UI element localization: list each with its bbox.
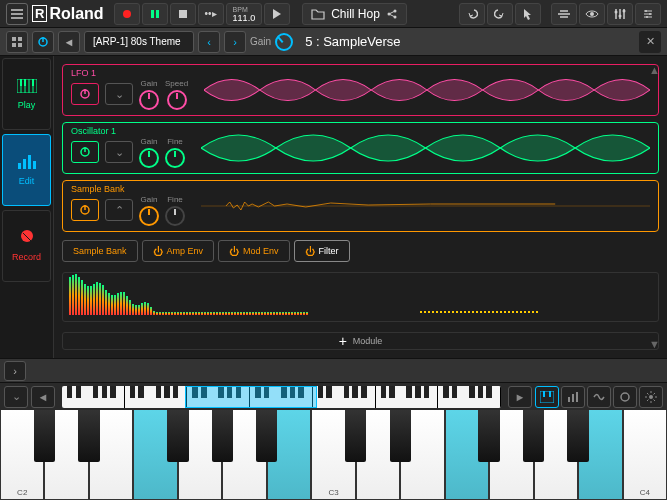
sidebar-edit-button[interactable]: Edit: [2, 134, 51, 206]
preset-back-button[interactable]: ‹: [198, 31, 220, 53]
svg-point-45: [621, 393, 629, 401]
tab-sample-bank[interactable]: Sample Bank: [62, 240, 138, 262]
svg-rect-42: [568, 397, 570, 402]
kb-octave-up-button[interactable]: ►: [508, 386, 532, 408]
song-selector[interactable]: Chill Hop: [302, 3, 407, 25]
gain-knob[interactable]: [275, 33, 293, 51]
power-icon: ⏻: [229, 246, 239, 257]
sidebar-play-button[interactable]: Play: [2, 58, 51, 130]
loop-button[interactable]: ••▸: [198, 3, 224, 25]
add-module-button[interactable]: + Module: [62, 332, 659, 350]
osc-gain-knob[interactable]: [139, 148, 159, 168]
master-gain: Gain: [250, 33, 293, 51]
svg-point-0: [123, 10, 131, 18]
kb-mode-velocity-button[interactable]: [561, 386, 585, 408]
bpm-display[interactable]: BPM 111.0: [226, 3, 263, 25]
black-key[interactable]: [345, 410, 366, 462]
lfo-expand-button[interactable]: ⌄: [105, 83, 133, 105]
preset-name-display[interactable]: [ARP-1] 80s Theme: [84, 31, 194, 53]
svg-point-9: [619, 14, 622, 17]
sidebar-record-label: Record: [12, 252, 41, 262]
view1-button[interactable]: [551, 3, 577, 25]
lfo-speed-knob[interactable]: [167, 90, 187, 110]
svg-rect-3: [179, 10, 187, 18]
share-icon: [386, 8, 398, 20]
top-toolbar: RRoland ••▸ BPM 111.0 Chill Hop: [0, 0, 667, 28]
kb-mode-keys-button[interactable]: [535, 386, 559, 408]
samp-waveform: [201, 185, 650, 227]
stop-button[interactable]: [170, 3, 196, 25]
samp-power-button[interactable]: [71, 199, 99, 221]
svg-rect-44: [576, 392, 578, 402]
svg-rect-15: [18, 37, 22, 41]
piano-keyboard[interactable]: const hl=[3,6,10,13]; let keys='';for(le…: [0, 410, 667, 500]
osc-power-button[interactable]: [71, 141, 99, 163]
settings-button[interactable]: [635, 3, 661, 25]
kb-mode-pitch-button[interactable]: [587, 386, 611, 408]
lfo-gain-knob[interactable]: [139, 90, 159, 110]
svg-rect-26: [24, 79, 26, 86]
scroll-down-button[interactable]: ▼: [649, 338, 665, 350]
song-name: Chill Hop: [331, 7, 380, 21]
tab-amp-env[interactable]: ⏻Amp Env: [142, 240, 215, 262]
black-key[interactable]: [78, 410, 99, 462]
next-button[interactable]: [264, 3, 290, 25]
menu-button[interactable]: [6, 3, 28, 25]
kb-octave-down-button[interactable]: ◄: [31, 386, 55, 408]
kb-settings-button[interactable]: [639, 386, 663, 408]
black-key[interactable]: [212, 410, 233, 462]
tab-mod-env[interactable]: ⏻Mod Env: [218, 240, 290, 262]
sidebar-play-label: Play: [18, 100, 36, 110]
svg-rect-39: [540, 391, 554, 403]
sidebar-record-button[interactable]: Record: [2, 210, 51, 282]
samp-title: Sample Bank: [71, 184, 125, 194]
kb-mode-mod-button[interactable]: [613, 386, 637, 408]
osc-fine-knob[interactable]: [165, 148, 185, 168]
grid-view-button[interactable]: [6, 31, 28, 53]
black-key[interactable]: [523, 410, 544, 462]
svg-point-12: [649, 13, 651, 15]
lfo-power-button[interactable]: [71, 83, 99, 105]
black-key[interactable]: [34, 410, 55, 462]
module-oscillator: Oscillator 1 ⌄ Gain Fine: [62, 122, 659, 174]
black-key[interactable]: [567, 410, 588, 462]
samp-gain-knob[interactable]: [139, 206, 159, 226]
svg-rect-31: [33, 161, 36, 169]
black-key[interactable]: [478, 410, 499, 462]
editor-panel: ▲ ▼ LFO 1 ⌄ Gain Speed Oscillator 1 ⌄ Ga…: [54, 56, 667, 358]
black-key[interactable]: [167, 410, 188, 462]
spectrum-display: document.write(Array.from({length:80},(_…: [62, 272, 659, 322]
mode-sidebar: Play Edit Record: [0, 56, 54, 358]
pause-button[interactable]: [142, 3, 168, 25]
svg-point-7: [590, 12, 594, 16]
folder-icon: [311, 8, 325, 20]
preset-bar: ◄ [ARP-1] 80s Theme ‹ › Gain 5 : SampleV…: [0, 28, 667, 56]
lfo-title: LFO 1: [71, 68, 96, 78]
sample-tabs: Sample Bank ⏻Amp Env ⏻Mod Env ⏻Filter: [62, 240, 659, 262]
expand-panel-button[interactable]: ›: [4, 361, 26, 381]
close-button[interactable]: ✕: [639, 31, 661, 53]
white-key[interactable]: C4: [623, 410, 667, 500]
undo-button[interactable]: [459, 3, 485, 25]
power-button[interactable]: [32, 31, 54, 53]
sidebar-edit-label: Edit: [19, 176, 35, 186]
power-icon: ⏻: [153, 246, 163, 257]
redo-button[interactable]: [487, 3, 513, 25]
svg-rect-1: [151, 10, 154, 18]
samp-fine-knob[interactable]: [165, 206, 185, 226]
svg-rect-30: [28, 155, 31, 169]
tab-filter[interactable]: ⏻Filter: [294, 240, 350, 262]
mixer-button[interactable]: [607, 3, 633, 25]
samp-collapse-button[interactable]: ⌃: [105, 199, 133, 221]
osc-expand-button[interactable]: ⌄: [105, 141, 133, 163]
keyboard-overview[interactable]: let mini='';for(let o=0;o<7;o++){mini+=`…: [62, 386, 501, 408]
view-eye-button[interactable]: [579, 3, 605, 25]
preset-fwd-button[interactable]: ›: [224, 31, 246, 53]
svg-point-8: [615, 10, 618, 13]
black-key[interactable]: [256, 410, 277, 462]
kb-collapse-button[interactable]: ⌄: [4, 386, 28, 408]
record-button[interactable]: [114, 3, 140, 25]
preset-prev-button[interactable]: ◄: [58, 31, 80, 53]
black-key[interactable]: [390, 410, 411, 462]
pointer-tool-button[interactable]: [515, 3, 541, 25]
